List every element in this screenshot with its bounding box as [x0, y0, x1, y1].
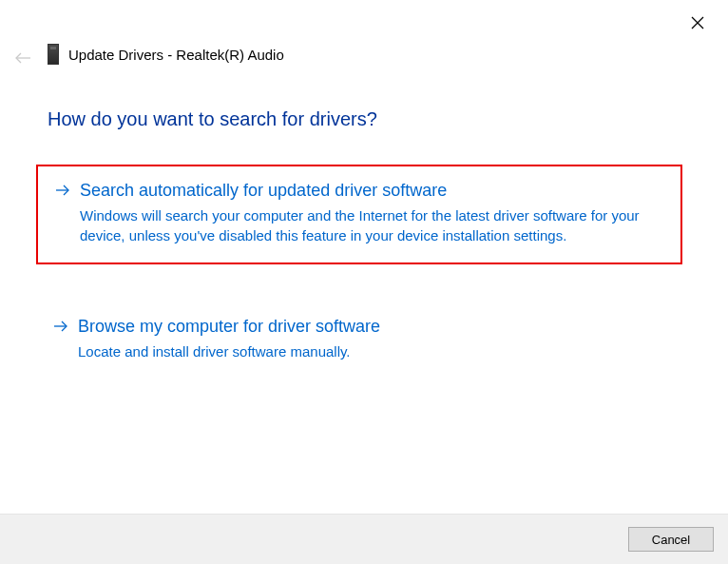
page-heading: How do you want to search for drivers?	[48, 108, 377, 130]
option-description: Locate and install driver software manua…	[78, 341, 665, 361]
option-description: Windows will search your computer and th…	[80, 205, 663, 245]
arrow-right-icon	[55, 184, 70, 201]
title-bar: Update Drivers - Realtek(R) Audio	[48, 44, 284, 65]
arrow-right-icon	[53, 320, 68, 337]
option-title: Search automatically for updated driver …	[80, 180, 663, 202]
window-title: Update Drivers - Realtek(R) Audio	[68, 47, 284, 63]
device-icon	[48, 44, 59, 65]
option-search-automatically[interactable]: Search automatically for updated driver …	[36, 165, 682, 264]
option-browse-computer[interactable]: Browse my computer for driver software L…	[36, 302, 682, 379]
dialog-footer: Cancel	[0, 514, 728, 564]
back-button	[13, 49, 32, 67]
option-title: Browse my computer for driver software	[78, 316, 665, 338]
back-arrow-icon	[14, 51, 31, 65]
close-button[interactable]	[688, 13, 707, 32]
cancel-button[interactable]: Cancel	[628, 527, 714, 552]
close-icon	[691, 16, 704, 29]
